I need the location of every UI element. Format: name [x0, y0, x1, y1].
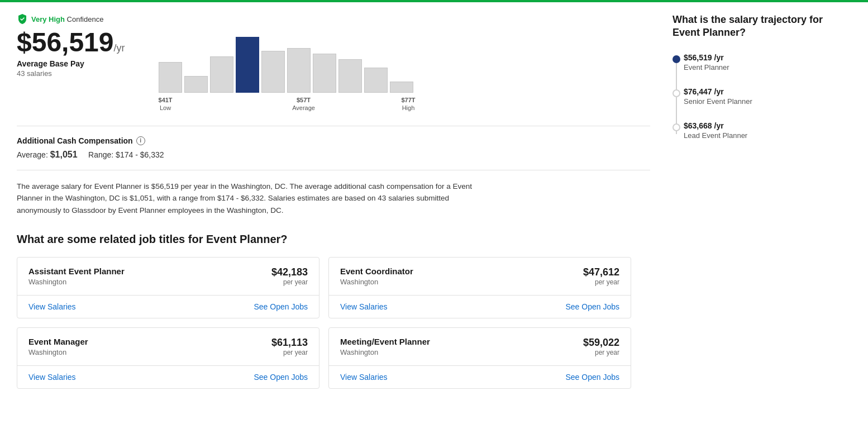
job-title-0: Assistant Event Planner — [28, 266, 125, 276]
job-location-1: Washington — [340, 278, 413, 286]
job-location-2: Washington — [28, 348, 88, 356]
histogram-bar-7 — [338, 59, 362, 93]
see-open-jobs-link-0[interactable]: See Open Jobs — [254, 302, 308, 311]
job-salary-1: $47,612 — [583, 266, 619, 278]
job-card-bottom-3: View Salaries See Open Jobs — [329, 365, 631, 388]
histogram-bar-5 — [287, 48, 311, 93]
job-salary-area-0: $42,183 per year — [271, 266, 308, 286]
confidence-level: Very High — [31, 15, 65, 23]
divider-1 — [17, 126, 650, 126]
average-value: $1,051 — [50, 150, 78, 159]
main-content: Very High Confidence $56,519/yr Average … — [17, 13, 650, 389]
histogram-labels: $41T Low $57T Average $77T High — [159, 96, 416, 112]
histogram-bars — [159, 31, 413, 93]
trajectory-item-0: $56,519 /yr Event Planner — [684, 53, 851, 72]
job-salary-0: $42,183 — [271, 266, 308, 278]
job-title-2: Event Manager — [28, 337, 88, 346]
salary-unit: /yr — [114, 42, 125, 54]
trajectory-salary-1: $76,447 /yr — [684, 87, 851, 96]
job-card-bottom-0: View Salaries See Open Jobs — [17, 295, 319, 318]
trajectory-item-2: $63,668 /yr Lead Event Planner — [684, 121, 851, 140]
trajectory-title: What is the salary trajectory for Event … — [673, 13, 851, 40]
salary-count: 43 salaries — [17, 69, 125, 78]
salary-left: $56,519/yr Average Base Pay 43 salaries — [17, 29, 125, 78]
job-card-3: Meeting/Event Planner Washington $59,022… — [328, 327, 631, 389]
job-card-1: Event Coordinator Washington $47,612 per… — [328, 257, 631, 318]
salary-amount: $56,519/yr — [17, 29, 125, 56]
job-cards-grid: Assistant Event Planner Washington $42,1… — [17, 257, 631, 389]
range-label: Range: — [88, 150, 113, 159]
view-salaries-link-3[interactable]: View Salaries — [340, 373, 388, 382]
view-salaries-link-1[interactable]: View Salaries — [340, 302, 388, 311]
info-icon[interactable]: i — [136, 136, 145, 145]
trajectory-salary-2: $63,668 /yr — [684, 121, 851, 130]
trajectory-dot-2 — [673, 123, 680, 131]
trajectory-role-0: Event Planner — [684, 63, 851, 72]
range-value: $174 - $6,332 — [116, 150, 164, 159]
salary-value: $56,519 — [17, 27, 114, 57]
see-open-jobs-link-2[interactable]: See Open Jobs — [254, 373, 308, 382]
job-card-top-3: Meeting/Event Planner Washington $59,022… — [329, 328, 631, 365]
trajectory-dot-0 — [673, 55, 680, 63]
job-location-0: Washington — [28, 278, 125, 286]
histogram-bar-0 — [159, 62, 182, 93]
histogram-bar-1 — [184, 76, 208, 93]
job-card-top-1: Event Coordinator Washington $47,612 per… — [329, 258, 631, 295]
salary-description: The average salary for Event Planner is … — [17, 180, 475, 217]
avg-base-pay-label: Average Base Pay — [17, 59, 125, 68]
additional-cash-title: Additional Cash Compensation i — [17, 136, 650, 145]
see-open-jobs-link-1[interactable]: See Open Jobs — [565, 302, 619, 311]
hist-label-avg: $57T Average — [292, 96, 315, 112]
job-card-top-2: Event Manager Washington $61,113 per yea… — [17, 328, 319, 365]
job-location-3: Washington — [340, 348, 430, 356]
view-salaries-link-2[interactable]: View Salaries — [28, 373, 76, 382]
job-title-3: Meeting/Event Planner — [340, 337, 430, 346]
trajectory-salary-0: $56,519 /yr — [684, 53, 851, 62]
job-per-year-1: per year — [583, 278, 619, 286]
hist-label-high: $77T High — [401, 96, 415, 112]
additional-cash-label: Additional Cash Compensation — [17, 136, 133, 145]
view-salaries-link-0[interactable]: View Salaries — [28, 302, 76, 311]
job-card-top-0: Assistant Event Planner Washington $42,1… — [17, 258, 319, 295]
shield-icon — [17, 13, 28, 25]
job-salary-area-3: $59,022 per year — [583, 337, 619, 356]
job-per-year-3: per year — [583, 349, 619, 356]
job-per-year-0: per year — [271, 278, 308, 286]
trajectory-role-1: Senior Event Planner — [684, 97, 851, 106]
confidence-badge: Very High Confidence — [17, 13, 650, 25]
job-title-area-0: Assistant Event Planner Washington — [28, 266, 125, 286]
trajectory-dot-1 — [673, 89, 680, 97]
job-salary-2: $61,113 — [271, 337, 308, 349]
histogram-bar-4 — [261, 51, 285, 93]
job-card-2: Event Manager Washington $61,113 per yea… — [17, 327, 319, 389]
job-card-bottom-1: View Salaries See Open Jobs — [329, 295, 631, 318]
job-card-0: Assistant Event Planner Washington $42,1… — [17, 257, 319, 318]
histogram-bar-9 — [390, 82, 413, 93]
job-title-area-2: Event Manager Washington — [28, 337, 88, 356]
job-per-year-2: per year — [271, 349, 308, 356]
job-title-area-3: Meeting/Event Planner Washington — [340, 337, 430, 356]
cash-values: Average: $1,051 Range: $174 - $6,332 — [17, 150, 650, 160]
histogram-bar-3 — [236, 37, 259, 93]
salary-histogram: $41T Low $57T Average $77T High — [159, 31, 416, 112]
salary-section: $56,519/yr Average Base Pay 43 salaries … — [17, 29, 650, 112]
job-card-bottom-2: View Salaries See Open Jobs — [17, 365, 319, 388]
job-title-area-1: Event Coordinator Washington — [340, 266, 413, 286]
divider-2 — [17, 170, 650, 170]
trajectory-list: $56,519 /yr Event Planner $76,447 /yr Se… — [673, 53, 851, 140]
confidence-label: Confidence — [67, 15, 104, 23]
trajectory-item-1: $76,447 /yr Senior Event Planner — [684, 87, 851, 106]
average-label: Average: — [17, 150, 48, 159]
job-title-1: Event Coordinator — [340, 266, 413, 276]
trajectory-role-2: Lead Event Planner — [684, 131, 851, 140]
job-salary-3: $59,022 — [583, 337, 619, 349]
job-salary-area-2: $61,113 per year — [271, 337, 308, 356]
histogram-bar-6 — [313, 54, 336, 93]
histogram-bar-2 — [210, 56, 233, 93]
related-jobs-title: What are some related job titles for Eve… — [17, 233, 650, 246]
job-salary-area-1: $47,612 per year — [583, 266, 619, 286]
see-open-jobs-link-3[interactable]: See Open Jobs — [565, 373, 619, 382]
histogram-bar-8 — [364, 68, 388, 93]
hist-label-low: $41T Low — [159, 96, 173, 112]
salary-trajectory-sidebar: What is the salary trajectory for Event … — [673, 13, 851, 389]
